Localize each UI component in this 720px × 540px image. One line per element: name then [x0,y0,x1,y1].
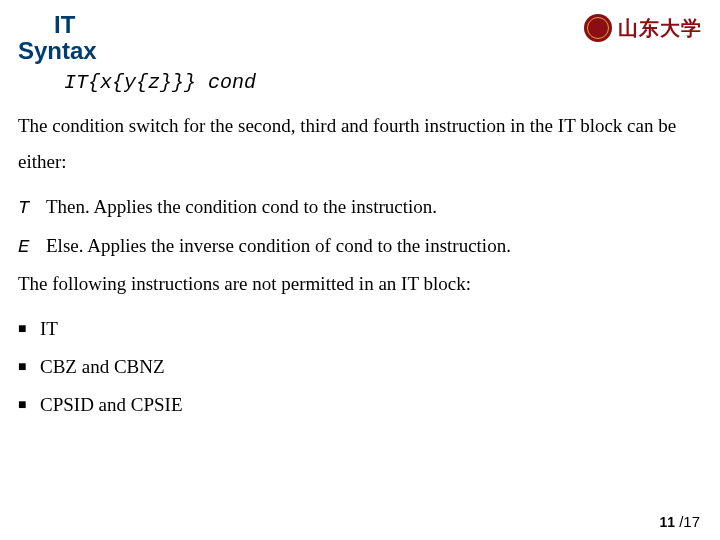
def-term: T [18,190,46,227]
syntax-expression: IT{x{y{z}}} cond [64,71,702,94]
def-desc: Then. Applies the condition cond to the … [46,188,437,225]
def-desc: Else. Applies the inverse condition of c… [46,227,511,264]
page-total: 17 [683,513,700,530]
bullet-text: CBZ and CBNZ [40,348,165,386]
page-current: 11 [659,514,675,530]
def-term: E [18,229,46,266]
restrictions-paragraph: The following instructions are not permi… [18,266,702,302]
intro-paragraph: The condition switch for the second, thi… [18,108,702,180]
bullet-item: ■ CPSID and CPSIE [18,386,702,424]
bullet-item: ■ CBZ and CBNZ [18,348,702,386]
square-bullet-icon: ■ [18,353,40,381]
square-bullet-icon: ■ [18,391,40,419]
logo-text: 山东大学 [618,15,702,42]
bullet-text: IT [40,310,58,348]
title-line2: Syntax [18,38,702,64]
bullet-text: CPSID and CPSIE [40,386,183,424]
square-bullet-icon: ■ [18,315,40,343]
slide: 山东大学 IT Syntax IT{x{y{z}}} cond The cond… [0,0,720,540]
logo-seal-icon [584,14,612,42]
bullet-item: ■ IT [18,310,702,348]
definition-row: T Then. Applies the condition cond to th… [18,188,702,227]
university-logo: 山东大学 [584,14,702,42]
definition-row: E Else. Applies the inverse condition of… [18,227,702,266]
page-number: 11 /17 [659,513,700,530]
